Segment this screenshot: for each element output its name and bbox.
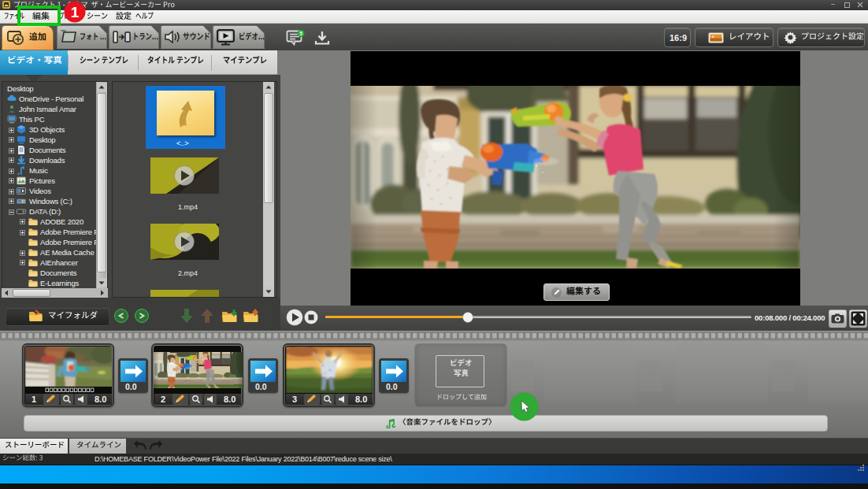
svg-text:1: 1 bbox=[71, 4, 80, 20]
svg-text:5: 5 bbox=[299, 31, 302, 36]
